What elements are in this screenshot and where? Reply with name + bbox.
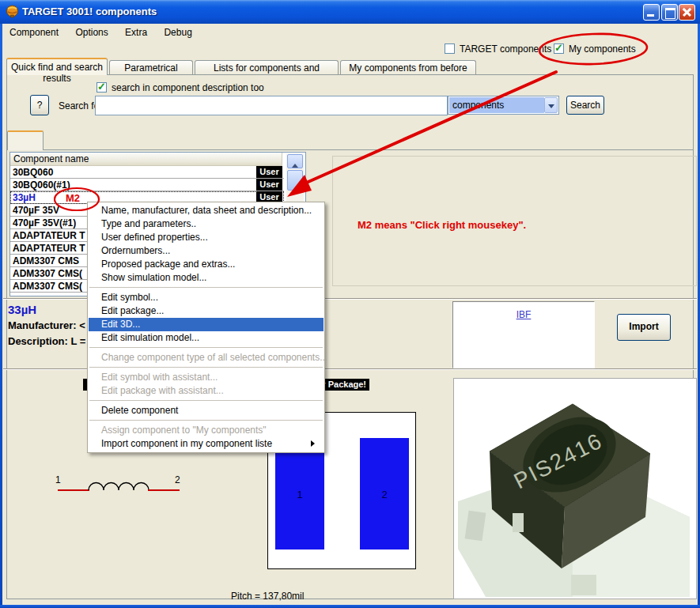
search-description-label: search in component description too [112,82,264,93]
component-name: 30BQ060(#1) [13,179,70,191]
menu-options[interactable]: Options [68,25,115,38]
component-name: 470µF 35V [13,205,59,216]
tab-quick-find[interactable]: Quick find and search results [6,58,108,75]
package-pad-2: 2 [360,438,409,549]
submenu-arrow-icon [311,440,318,447]
menu-item-name-manufacturer[interactable]: Name, manufacturer, data sheet and descr… [88,204,324,217]
pitch-label: Pitch = 137,80mil [231,591,304,602]
target-components-checkbox[interactable] [445,43,455,54]
target-components-label: TARGET components [460,43,551,55]
app-icon [6,5,19,18]
menu-bar: Component Options Extra Debug [2,25,698,41]
window-border-bottom [0,605,700,608]
symbol-pin2-wire [148,489,180,491]
description-text: Description: L = [8,335,85,347]
window-title: TARGET 3001! components [22,6,157,17]
result-subtab[interactable] [7,130,44,150]
minimize-button[interactable] [643,4,660,21]
search-button[interactable]: Search [566,96,604,115]
window-border-left [0,24,2,608]
help-button[interactable]: ? [30,95,49,115]
search-input[interactable] [95,96,448,115]
menu-item-edit-symbol-assistant: Edit symbol with assistant... [88,371,324,384]
subtab-line [6,149,694,150]
symbol-pin1-label: 1 [55,474,61,485]
column-header[interactable]: Component name [10,153,282,166]
menu-item-type-parameters[interactable]: Type and parameters.. [88,217,324,231]
component-row[interactable]: 30BQ060User [10,166,284,179]
inductor-coil [88,474,149,492]
m2-label: M2 [66,192,80,204]
component-name: 30BQ060 [13,167,53,178]
menu-component[interactable]: Component [2,25,66,38]
component-name: ADM3307 CMS [13,255,79,266]
menu-item-label: Import component in my component liste [101,438,272,449]
tab-my-components-v15[interactable]: My components from before V15 [340,60,476,75]
menu-item-edit-package[interactable]: Edit package... [88,304,324,318]
app-window: TARGET 3001! components Component Option… [0,0,700,608]
menu-item-assign-component: Assign component to "My components" [88,424,324,437]
ibf-link[interactable]: IBF [516,309,532,320]
package-pad-1: 1 [275,438,324,549]
scope-dropdown-value: components [449,97,544,113]
user-badge: User [256,166,282,178]
dropdown-arrow-icon[interactable] [544,97,558,113]
menu-item-edit-package-assistant: Edit package with assistant... [88,384,324,398]
manufacturer-text: Manufacturer: < [8,319,85,331]
component-name: 470µF 35V(#1) [13,217,76,228]
menu-item-import-component[interactable]: Import component in my component liste [88,437,324,451]
m2-note-text: M2 means "Click right mousekey". [358,219,526,231]
scroll-thumb[interactable] [287,170,303,191]
menu-separator [89,345,323,351]
menu-separator [89,364,323,371]
component-name: ADAPTATEUR T [13,230,85,241]
menu-item-ordernumbers[interactable]: Ordernumbers... [88,244,324,258]
menu-item-show-simulation[interactable]: Show simulation model... [88,271,324,285]
menu-separator [89,285,323,291]
maximize-button[interactable] [661,4,678,21]
datasheet-panel: IBF [452,301,595,368]
menu-item-change-type: Change component type of all selected co… [88,351,324,364]
menu-item-user-properties[interactable]: User defined properties... [88,231,324,244]
tab-lists[interactable]: Lists for components and packages. [195,60,339,75]
menu-item-edit-simulation[interactable]: Edit simulation model... [88,331,324,345]
model-3d-view: PIS2416 [454,379,696,599]
tab-parametrical-search[interactable]: Parametrical search [109,60,193,75]
component-name: ADM3307 CMS( [13,281,82,292]
menu-item-edit-symbol[interactable]: Edit symbol... [88,291,324,304]
model-3d-panel: PIS2416 [453,378,697,599]
component-name: ADAPTATEUR T [13,243,85,254]
component-row[interactable]: 30BQ060(#1)User [10,179,284,191]
symbol-pin2-label: 2 [175,474,180,485]
component-name: 33µH [13,192,36,203]
scope-dropdown[interactable]: components [448,96,559,115]
search-description-checkbox[interactable] [96,82,107,93]
title-bar: TARGET 3001! components [0,0,700,24]
menu-debug[interactable]: Debug [157,25,199,38]
selected-component-name: 33µH [8,303,36,316]
menu-item-edit-3d[interactable]: Edit 3D... [89,318,324,331]
menu-separator [89,417,323,424]
context-menu: Name, manufacturer, data sheet and descr… [87,202,325,453]
import-button[interactable]: Import [617,314,671,341]
component-name: ADM3307 CMS( [13,268,82,279]
menu-extra[interactable]: Extra [118,25,154,38]
menu-item-proposed-package[interactable]: Proposed package and extras... [88,258,324,271]
my-components-checkbox[interactable] [554,43,564,54]
scroll-up-icon[interactable] [287,154,303,168]
user-badge: User [256,179,282,191]
close-button[interactable] [679,4,695,21]
menu-item-delete-component[interactable]: Delete component [88,404,324,417]
my-components-label: My components [569,43,636,55]
symbol-pin1-wire [58,489,89,491]
menu-separator [89,398,323,404]
